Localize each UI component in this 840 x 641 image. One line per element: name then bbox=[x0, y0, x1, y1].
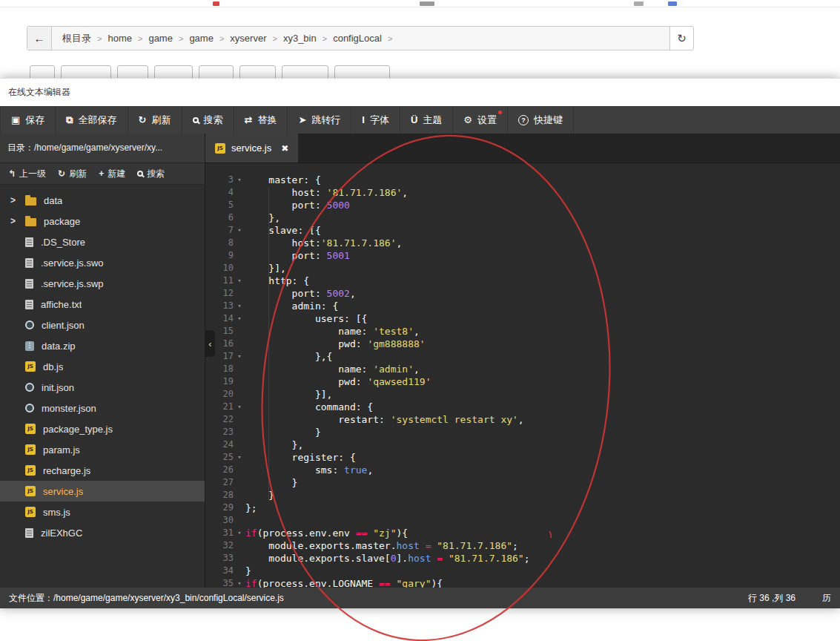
code-area[interactable]: 3▾ master: {4 host: '81.71.7.186',5 port… bbox=[205, 163, 840, 588]
fold-marker-icon[interactable]: ▾ bbox=[234, 350, 245, 363]
tree-item-db.js[interactable]: db.js bbox=[0, 356, 205, 377]
up-level-button[interactable]: ↰上一级 bbox=[8, 168, 46, 180]
code-line-27: 27 } bbox=[205, 476, 840, 489]
replace-button[interactable]: ⇄替换 bbox=[234, 106, 288, 134]
sidebar-collapse-handle[interactable]: ‹ bbox=[205, 330, 215, 357]
line-number: 7 bbox=[205, 224, 234, 237]
search-button[interactable]: 搜索 bbox=[182, 106, 234, 134]
fold-marker-icon[interactable]: ▾ bbox=[234, 174, 245, 186]
fold-marker-icon[interactable]: ▾ bbox=[234, 224, 245, 237]
breadcrumb-item[interactable]: game bbox=[189, 33, 214, 44]
replace-icon: ⇄ bbox=[245, 115, 253, 125]
tree-item-param.js[interactable]: param.js bbox=[0, 439, 205, 460]
doc-icon bbox=[25, 258, 33, 268]
breadcrumb-item[interactable]: game bbox=[148, 33, 173, 44]
breadcrumb-item[interactable]: configLocal bbox=[333, 33, 382, 44]
code-content: if(process.env.env == "zj"){ bbox=[245, 527, 408, 539]
new-file-button[interactable]: +新建 bbox=[99, 168, 125, 180]
chrome-fragment bbox=[213, 1, 219, 6]
jump-line-button[interactable]: ➤跳转行 bbox=[288, 106, 351, 134]
font-button[interactable]: I字体 bbox=[351, 106, 400, 134]
code-content: master: { bbox=[245, 174, 321, 186]
save-button[interactable]: ▣保存 bbox=[0, 106, 56, 134]
fold-spacer bbox=[234, 338, 245, 350]
file-name: package_type.js bbox=[43, 424, 113, 435]
refresh-button[interactable]: ↻刷新 bbox=[128, 106, 182, 134]
code-line-5: 5 port: 5000 bbox=[205, 199, 840, 211]
fold-marker-icon[interactable]: ▾ bbox=[234, 312, 245, 325]
tree-item-data[interactable]: >data bbox=[0, 190, 205, 211]
theme-button[interactable]: Ü主题 bbox=[400, 106, 453, 134]
folder-chevron-icon[interactable]: > bbox=[10, 195, 18, 206]
tree-item-package[interactable]: >package bbox=[0, 211, 205, 231]
fold-spacer bbox=[234, 287, 245, 300]
tree-item-.service.js.swp[interactable]: .service.js.swp bbox=[0, 273, 205, 294]
tree-item-sms.js[interactable]: sms.js bbox=[0, 502, 205, 522]
code-content: module.exports.slave[0].host = "81.71.7.… bbox=[245, 552, 530, 565]
path-bar: ← 根目录>home>game>game>xyserver>xy3_bin>co… bbox=[27, 26, 694, 50]
tree-item-monster.json[interactable]: monster.json bbox=[0, 398, 205, 418]
fold-marker-icon[interactable]: ▾ bbox=[234, 527, 245, 539]
save-all-button[interactable]: ⧉全部保存 bbox=[56, 106, 128, 134]
search-file-icon bbox=[137, 171, 143, 177]
tree-item-.DS_Store[interactable]: .DS_Store bbox=[0, 231, 205, 252]
fold-spacer bbox=[234, 413, 245, 426]
tree-item-package_type.js[interactable]: package_type.js bbox=[0, 418, 205, 439]
breadcrumb-item[interactable]: xy3_bin bbox=[283, 33, 317, 44]
up-level-icon: ↰ bbox=[8, 169, 16, 178]
tree-item-client.json[interactable]: client.json bbox=[0, 315, 205, 335]
path-refresh-button[interactable]: ↻ bbox=[669, 27, 693, 50]
save-label: 保存 bbox=[25, 114, 44, 127]
breadcrumb-item[interactable]: 根目录 bbox=[62, 32, 91, 45]
tree-item-init.json[interactable]: init.json bbox=[0, 377, 205, 398]
line-number: 27 bbox=[205, 476, 234, 489]
line-number: 28 bbox=[205, 489, 234, 502]
fold-marker-icon[interactable]: ▾ bbox=[234, 451, 245, 464]
json-icon bbox=[25, 404, 34, 412]
code-content: }, bbox=[245, 438, 303, 451]
folder-chevron-icon[interactable]: > bbox=[10, 216, 18, 226]
tree-item-affiche.txt[interactable]: affiche.txt bbox=[0, 294, 205, 315]
search-label: 搜索 bbox=[204, 114, 223, 127]
tab-service-js[interactable]: service.js ✖ bbox=[205, 134, 298, 162]
history-label[interactable]: 历 bbox=[822, 592, 831, 605]
refresh-dir-button[interactable]: ↻刷新 bbox=[58, 168, 87, 180]
tab-close-icon[interactable]: ✖ bbox=[281, 143, 288, 154]
tree-item-.service.js.swo[interactable]: .service.js.swo bbox=[0, 252, 205, 273]
search-file-button[interactable]: 搜索 bbox=[137, 168, 165, 180]
code-line-8: 8 host:'81.71.7.186', bbox=[205, 237, 840, 249]
file-name: .DS_Store bbox=[41, 237, 85, 248]
code-content: port: 5002, bbox=[245, 287, 356, 300]
breadcrumb-item[interactable]: xyserver bbox=[230, 33, 266, 44]
code-content: users: [{ bbox=[245, 312, 367, 325]
breadcrumb-item[interactable]: home bbox=[108, 33, 132, 44]
code-content: }], bbox=[245, 388, 332, 401]
tab-bar: service.js ✖ bbox=[205, 134, 840, 163]
browser-chrome bbox=[0, 0, 840, 7]
settings-button[interactable]: ⚙设置 bbox=[453, 106, 508, 134]
file-name: recharge.js bbox=[43, 465, 90, 476]
code-line-20: 20 }], bbox=[205, 388, 840, 401]
fold-marker-icon[interactable]: ▾ bbox=[234, 275, 245, 287]
line-number: 32 bbox=[205, 539, 234, 552]
tree-item-service.js[interactable]: service.js bbox=[0, 481, 205, 502]
tree-item-data.zip[interactable]: data.zip bbox=[0, 335, 205, 356]
js-icon bbox=[25, 486, 36, 496]
code-content: module.exports.master.host = "81.71.7.18… bbox=[245, 539, 518, 552]
file-name: .service.js.swo bbox=[41, 257, 104, 269]
line-number: 13 bbox=[205, 300, 234, 312]
fold-marker-icon[interactable]: ▾ bbox=[234, 577, 245, 588]
tree-item-recharge.js[interactable]: recharge.js bbox=[0, 460, 205, 481]
save-all-icon: ⧉ bbox=[66, 115, 73, 125]
fold-marker-icon[interactable]: ▾ bbox=[234, 300, 245, 312]
line-number: 19 bbox=[205, 375, 234, 388]
tree-item-zilEXhGC[interactable]: zilEXhGC bbox=[0, 522, 205, 543]
fold-marker-icon[interactable]: ▾ bbox=[234, 401, 245, 413]
file-name: affiche.txt bbox=[41, 299, 82, 310]
hotkeys-button[interactable]: ?快捷键 bbox=[508, 106, 574, 134]
line-number: 5 bbox=[205, 199, 234, 211]
line-number: 23 bbox=[205, 426, 234, 438]
line-number: 4 bbox=[205, 186, 234, 199]
code-line-9: 9 port: 5001 bbox=[205, 249, 840, 262]
back-button[interactable]: ← bbox=[27, 27, 52, 50]
